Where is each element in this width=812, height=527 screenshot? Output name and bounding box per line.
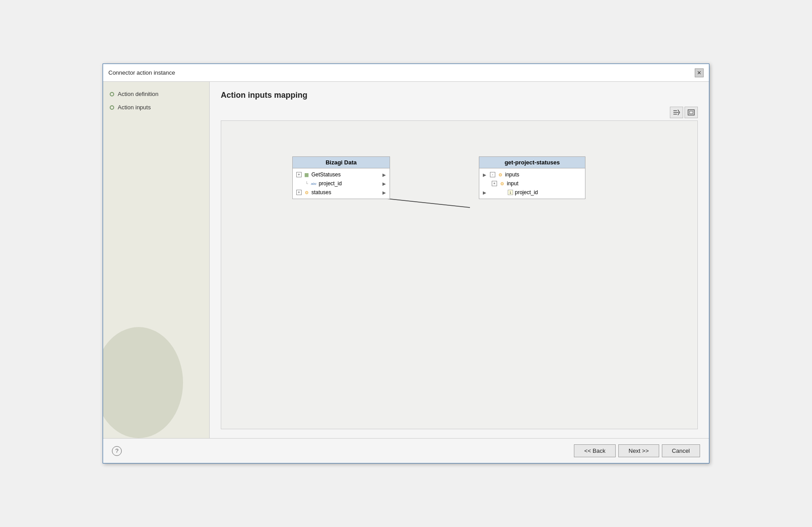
expand-icon-statuses[interactable]: + (296, 190, 302, 195)
sidebar-dot-1 (110, 92, 114, 96)
fit-icon (687, 109, 695, 116)
svg-rect-4 (689, 111, 693, 114)
close-button[interactable]: ✕ (695, 68, 704, 77)
sidebar: Action definition Action inputs (103, 82, 210, 438)
right-label-input: input (507, 180, 518, 187)
obj-icon-statuses: ⚙ (303, 189, 310, 196)
back-button[interactable]: << Back (574, 444, 616, 457)
sidebar-dot-2 (110, 105, 114, 110)
left-label-project-id: project_id (318, 180, 342, 187)
sidebar-label-action-definition: Action definition (118, 91, 159, 97)
right-node-header: get-project-statuses (479, 157, 585, 168)
right-row-inputs: ▶ - ⚙ inputs (479, 170, 585, 179)
toolbar-btn-fit[interactable] (685, 107, 698, 118)
help-button[interactable]: ? (112, 446, 122, 456)
right-row-project-id: ▶ 1 project_id (479, 188, 585, 197)
footer-left: ? (112, 446, 122, 456)
left-row-project-id: └ abc project_id ▶ (293, 179, 390, 188)
right-label-project-id: project_id (515, 189, 538, 196)
layout-icon (673, 109, 681, 116)
dialog-title: Connector action instance (108, 69, 175, 76)
sidebar-item-action-definition[interactable]: Action definition (110, 91, 203, 97)
main-area: Action definition Action inputs Action i… (103, 82, 709, 438)
right-label-inputs: inputs (505, 172, 519, 178)
arrow-left-inputs: ▶ (483, 172, 486, 177)
content-area: Action inputs mapping (210, 82, 709, 438)
page-title: Action inputs mapping (221, 91, 698, 100)
left-label-getstatuses: GetStatuses (311, 172, 341, 178)
left-node-header: Bizagi Data (293, 157, 390, 168)
tree-branch: └ (305, 181, 308, 186)
footer-right: << Back Next >> Cancel (574, 444, 700, 457)
arrow-statuses: ▶ (382, 190, 386, 195)
left-row-statuses: + ⚙ statuses ▶ (293, 188, 390, 197)
next-button[interactable]: Next >> (618, 444, 659, 457)
left-label-statuses: statuses (311, 189, 331, 196)
right-row-input: + ⚙ input (479, 179, 585, 188)
arrow-getstatuses: ▶ (382, 172, 386, 177)
right-node-body: ▶ - ⚙ inputs + ⚙ input (479, 168, 585, 199)
left-node-bizagi: Bizagi Data + ▦ GetStatuses ▶ └ (292, 156, 390, 199)
expand-icon-inputs[interactable]: - (490, 172, 495, 177)
dialog-window: Connector action instance ✕ Action defin… (103, 64, 709, 463)
toolbar-btn-layout[interactable] (670, 107, 683, 118)
sidebar-label-action-inputs: Action inputs (118, 104, 151, 111)
left-node-body: + ▦ GetStatuses ▶ └ abc project_id ▶ (293, 168, 390, 199)
obj-icon-input: ⚙ (499, 180, 505, 187)
right-node: get-project-statuses ▶ - ⚙ inputs + (479, 156, 585, 199)
num-icon-project-id: 1 (508, 190, 513, 195)
arrow-left-project-id: ▶ (483, 190, 486, 195)
sidebar-item-action-inputs[interactable]: Action inputs (110, 104, 203, 111)
left-row-getstatuses: + ▦ GetStatuses ▶ (293, 170, 390, 179)
arrow-project-id: ▶ (382, 181, 386, 186)
svg-line-5 (386, 199, 470, 208)
sidebar-decoration (103, 327, 183, 438)
table-icon-getstatuses: ▦ (303, 172, 310, 178)
toolbar (221, 107, 698, 118)
expand-icon-input[interactable]: + (492, 181, 497, 186)
svg-rect-3 (688, 110, 694, 115)
expand-icon-getstatuses[interactable]: + (296, 172, 302, 177)
obj-icon-inputs: ⚙ (497, 172, 503, 178)
footer: ? << Back Next >> Cancel (103, 438, 709, 463)
title-bar: Connector action instance ✕ (103, 64, 709, 82)
mapping-canvas: Bizagi Data + ▦ GetStatuses ▶ └ (221, 120, 698, 429)
abc-icon-project-id: abc (310, 180, 317, 187)
cancel-button[interactable]: Cancel (662, 444, 700, 457)
